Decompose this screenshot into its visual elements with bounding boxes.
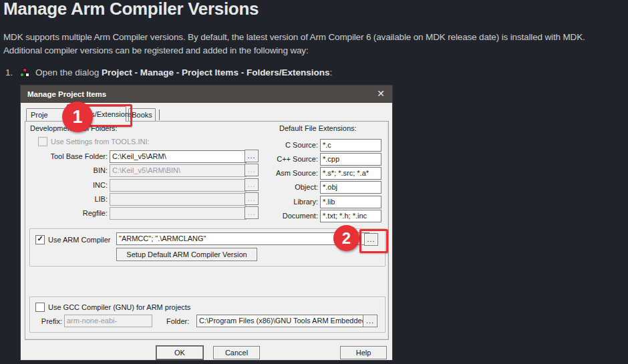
asm-source-label: Asm Source: [245,169,318,177]
use-arm-compiler-label: Use ARM Compiler [48,236,111,244]
step-text: Open the dialog Project - Manage - Proje… [35,67,332,77]
gcc-folder-field[interactable]: C:\Program Files (x86)\GNU Tools ARM Emb… [196,315,365,327]
intro-line-2: Additional compiler versions can be regi… [3,44,628,57]
default-file-extensions-label: Default File Extensions: [279,124,357,132]
project-items-icon [20,68,31,77]
c-source-field[interactable]: *.c [320,139,381,152]
gcc-prefix-field: arm-none-eabi- [64,315,152,327]
asm-source-field[interactable]: *.s*; *.src; *.a* [320,167,381,180]
close-icon[interactable]: ✕ [373,85,388,103]
step-number: 1. [5,67,20,77]
object-field[interactable]: *.obj [320,181,381,194]
intro-line-1: MDK supports multiple Arm Compiler versi… [3,31,628,44]
lib-label: LIB: [27,195,108,203]
dialog-title: Manage Project Items [27,90,106,98]
annotation-frame-browse-button [359,229,388,253]
gcc-prefix-label: Prefix: [34,317,62,325]
use-tools-ini-label: Use Settings from TOOLS.INI: [51,138,150,146]
ok-button[interactable]: OK [156,346,203,359]
use-arm-compiler-checkbox[interactable]: ✓ [35,235,45,244]
step-menu-path: Project - Manage - Project Items - Folde… [102,67,329,77]
inc-field [110,179,247,192]
use-gcc-compiler-checkbox[interactable] [35,303,45,312]
cancel-button[interactable]: Cancel [213,346,260,359]
document-field[interactable]: *.txt; *.h; *.inc [320,210,381,222]
annotation-badge-1: 1 [62,102,93,132]
bin-field: C:\Keil_v5\ARM\BIN\ [110,164,247,177]
regfile-label: Regfile: [27,209,108,217]
arm-compiler-path-field[interactable]: "ARMCC"; ".\ARMCLANG" [116,232,369,245]
step-1: 1. Open the dialog Project - Manage - Pr… [5,67,332,77]
setup-default-arm-compiler-button[interactable]: Setup Default ARM Compiler Version [116,248,257,261]
intro-paragraph: MDK supports multiple Arm Compiler versi… [3,31,628,57]
document-label: Document: [245,212,318,220]
bin-label: BIN: [27,166,108,174]
tool-base-folder-field[interactable]: C:\Keil_v5\ARM\ [110,150,247,163]
tab-strip-edge [159,110,160,120]
object-label: Object: [245,183,318,191]
cpp-source-field[interactable]: *.cpp [320,153,381,166]
library-field[interactable]: *.lib [320,196,381,208]
lib-field [110,193,247,206]
dialog-titlebar[interactable]: Manage Project Items ✕ [21,85,392,103]
gcc-folder-browse-button[interactable]: ... [363,315,377,327]
use-tools-ini-checkbox [38,137,47,146]
manage-project-items-dialog: Manage Project Items ✕ Proje Folders/Ext… [20,85,393,361]
tool-base-folder-label: Tool Base Folder: [27,152,108,160]
page-title: Manage Arm Compiler Versions [3,0,259,19]
use-gcc-compiler-label: Use GCC Compiler (GNU) for ARM projects [48,303,190,311]
annotation-badge-2: 2 [333,225,359,251]
regfile-field [110,207,247,220]
inc-label: INC: [27,181,108,189]
library-label: Library: [245,198,318,206]
gcc-folder-label: Folder: [166,317,189,325]
help-button[interactable]: Help [340,346,387,359]
cpp-source-label: C++ Source: [245,155,318,163]
c-source-label: C Source: [245,141,318,149]
